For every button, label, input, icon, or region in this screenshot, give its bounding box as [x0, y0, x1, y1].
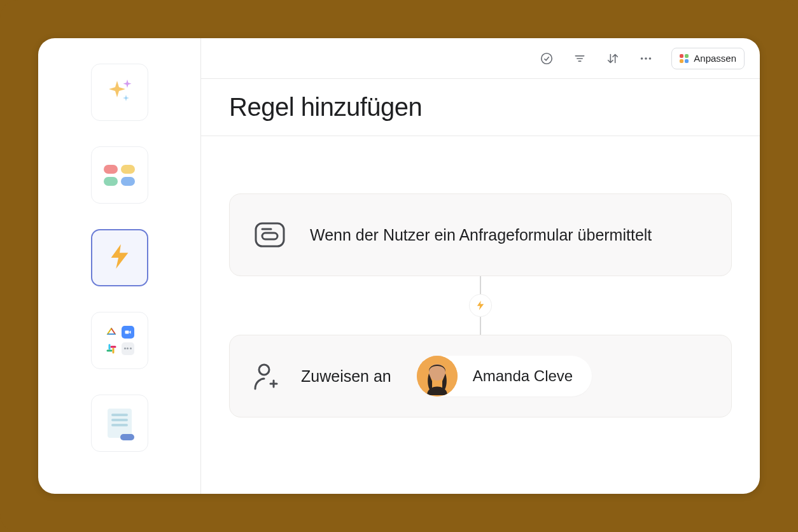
assignee-pill[interactable]: Amanda Cleve	[417, 356, 592, 396]
app-window: Anpassen Regel hinzufügen Wenn der Nutze	[38, 38, 760, 494]
svg-rect-13	[262, 233, 277, 239]
action-card[interactable]: Zuweisen an Amanda	[229, 335, 732, 417]
sidebar-item-ai-sparkle[interactable]	[91, 64, 148, 121]
sparkle-icon	[104, 76, 135, 109]
trigger-card[interactable]: Wenn der Nutzer ein Anfrageformular über…	[229, 193, 732, 276]
filter-icon[interactable]	[572, 51, 587, 66]
form-icon	[253, 221, 287, 248]
toolbar: Anpassen	[201, 38, 760, 79]
sort-icon[interactable]	[605, 51, 620, 66]
apps-icon	[105, 326, 134, 355]
main-area: Anpassen Regel hinzufügen Wenn der Nutze	[201, 38, 760, 494]
svg-rect-3	[112, 348, 114, 354]
svg-point-5	[542, 53, 552, 64]
more-icon[interactable]	[638, 51, 654, 66]
page-title-row: Regel hinzufügen	[201, 79, 760, 136]
customize-button[interactable]: Anpassen	[671, 48, 745, 69]
trigger-text: Wenn der Nutzer ein Anfrageformular über…	[310, 226, 652, 244]
action-label: Zuweisen an	[301, 367, 391, 386]
document-icon	[108, 409, 132, 438]
rule-canvas: Wenn der Nutzer ein Anfrageformular über…	[201, 136, 760, 494]
customize-label: Anpassen	[694, 53, 736, 64]
svg-point-9	[641, 57, 643, 60]
sidebar-item-color-pills[interactable]	[91, 146, 148, 204]
assignee-name: Amanda Cleve	[473, 367, 573, 385]
assignee-avatar	[417, 356, 458, 396]
pills-icon	[104, 165, 135, 186]
svg-rect-1	[108, 344, 110, 350]
sidebar-item-integrations-apps[interactable]	[91, 312, 148, 369]
sidebar-item-document-template[interactable]	[91, 395, 148, 452]
bolt-icon	[105, 242, 134, 274]
page-title: Regel hinzufügen	[229, 93, 422, 122]
sidebar-item-automation-bolt[interactable]	[91, 229, 148, 286]
svg-point-15	[259, 365, 269, 375]
customize-grid-icon	[680, 54, 689, 63]
svg-rect-0	[125, 331, 129, 334]
svg-point-11	[649, 57, 652, 60]
svg-rect-2	[106, 350, 112, 352]
connector	[469, 276, 492, 335]
sidebar	[38, 38, 201, 494]
svg-rect-12	[256, 223, 284, 246]
svg-point-10	[645, 57, 647, 60]
assign-person-icon	[253, 362, 278, 390]
svg-rect-4	[110, 346, 116, 348]
connector-bolt-icon	[469, 294, 492, 317]
outer-frame: Anpassen Regel hinzufügen Wenn der Nutze	[0, 0, 798, 532]
check-circle-icon[interactable]	[539, 51, 554, 66]
